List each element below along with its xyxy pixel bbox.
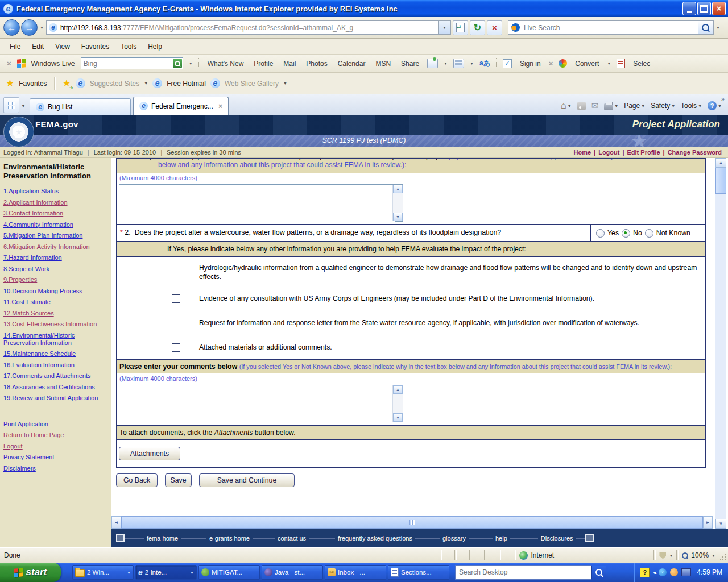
footer-link-faq[interactable]: frequently asked questions — [335, 535, 415, 542]
footer-link-fema-home[interactable]: fema home — [144, 535, 181, 542]
logout-link[interactable]: Logout — [595, 149, 622, 156]
stop-button[interactable] — [487, 20, 502, 35]
sidebar-item-applicant-information[interactable]: 2.Applicant Information — [3, 199, 109, 206]
suggested-sites-chevron[interactable] — [144, 81, 148, 85]
bing-search-button[interactable] — [173, 59, 182, 68]
tray-help-icon[interactable]: ? — [640, 568, 650, 577]
sidebar-item-application-status[interactable]: 1.Application Status — [3, 188, 109, 195]
hidden-icons-chevron[interactable] — [653, 570, 655, 575]
tray-messenger-icon[interactable]: ‹ — [659, 568, 667, 576]
maximize-button[interactable] — [697, 2, 711, 15]
footer-link-glossary[interactable]: glossary — [440, 535, 469, 542]
compatibility-view-button[interactable] — [453, 20, 468, 35]
sidebar-item-evaluation-information[interactable]: 16.Evaluation Information — [3, 361, 109, 369]
safety-menu-button[interactable]: Safety — [649, 101, 677, 111]
sidebar-item-maintenance-schedule[interactable]: 15.Maintenance Schedule — [3, 350, 109, 357]
search-options-chevron[interactable] — [714, 20, 722, 35]
footer-link-help[interactable]: help — [493, 535, 510, 542]
feeds-button[interactable] — [576, 101, 588, 111]
sidebar-item-contact-information[interactable]: 3.Contact Information — [3, 210, 109, 217]
radio-yes[interactable] — [596, 229, 605, 238]
sidebar-item-properties[interactable]: 9.Properties — [3, 276, 109, 284]
textarea-scrollbar[interactable] — [392, 185, 403, 221]
vertical-scroll-thumb[interactable] — [715, 168, 726, 194]
sidebar-link-print-application[interactable]: Print Application — [3, 421, 109, 428]
sidebar-item-scope-of-work[interactable]: 8.Scope of Work — [3, 265, 109, 273]
sidebar-item-mitigation-activity[interactable]: 6.Mitigation Activity Information — [3, 243, 109, 251]
scroll-up-icon[interactable] — [393, 185, 403, 193]
tab-close-icon[interactable] — [218, 102, 222, 110]
sidebar-item-hazard-information[interactable]: 7.Hazard Information — [3, 254, 109, 261]
checkbox-state-water[interactable] — [172, 319, 180, 327]
radio-no[interactable] — [622, 229, 630, 238]
sidebar-link-logout[interactable]: Logout — [3, 443, 109, 450]
question2-comments-textarea[interactable] — [119, 385, 395, 424]
zoom-panel[interactable]: 100% — [682, 548, 715, 563]
task-windows-group[interactable]: 2 Win... — [72, 565, 134, 580]
horizontal-scrollbar[interactable] — [111, 516, 713, 529]
minimize-button[interactable] — [682, 2, 696, 15]
desktop-search-input[interactable] — [455, 565, 592, 580]
go-back-button[interactable]: Go Back — [116, 473, 158, 487]
tray-network-icon[interactable] — [681, 568, 691, 576]
desktop-search-button[interactable] — [592, 566, 606, 579]
tray-clock-icon[interactable] — [670, 568, 678, 576]
free-hotmail-button[interactable]: Free Hotmail — [167, 80, 206, 88]
form-fill-icon[interactable] — [453, 59, 464, 68]
read-mail-button[interactable] — [590, 99, 601, 112]
link-whats-new[interactable]: What's New — [205, 60, 246, 68]
menu-favorites[interactable]: Favorites — [76, 41, 114, 52]
toolbar-overflow-chevron[interactable] — [721, 95, 725, 102]
close-button[interactable] — [712, 2, 726, 15]
menu-edit[interactable]: Edit — [27, 41, 49, 52]
task-java[interactable]: Java - st... — [262, 565, 323, 580]
horizontal-scroll-thumb[interactable] — [121, 516, 703, 529]
task-inbox[interactable]: ✉ Inbox - ... — [325, 565, 386, 580]
recent-pages-chevron[interactable] — [40, 26, 44, 30]
edit-profile-link[interactable]: Edit Profile — [624, 149, 663, 156]
favorites-button[interactable]: Favorites — [19, 80, 47, 88]
photos-tool-icon[interactable] — [427, 59, 438, 68]
resize-grip[interactable] — [719, 553, 727, 561]
link-profile[interactable]: Profile — [251, 60, 275, 68]
tools-menu-button[interactable]: Tools — [679, 101, 704, 111]
scroll-up-icon[interactable] — [393, 385, 403, 394]
footer-link-contact-us[interactable]: contact us — [275, 535, 309, 542]
home-link[interactable]: Home — [571, 149, 594, 156]
sidebar-item-community-information[interactable]: 4.Community Information — [3, 221, 109, 228]
link-photos[interactable]: Photos — [304, 60, 329, 68]
tab-bug-list[interactable]: e Bug List — [30, 98, 131, 115]
live-search-box[interactable] — [508, 20, 698, 35]
scroll-right-icon[interactable] — [703, 516, 713, 529]
footer-link-disclosures[interactable]: Disclosures — [538, 535, 576, 542]
sign-in-link[interactable]: Sign in — [518, 60, 543, 68]
task-internet-group[interactable]: e 2 Inte... — [135, 565, 197, 580]
scroll-down-icon[interactable] — [715, 519, 726, 529]
menu-view[interactable]: View — [50, 41, 75, 52]
link-calendar[interactable]: Calendar — [336, 60, 368, 68]
vertical-scrollbar[interactable] — [715, 158, 726, 529]
save-button[interactable]: Save — [165, 473, 192, 487]
checkbox-attached-materials[interactable] — [172, 343, 180, 352]
question1-comments-textarea[interactable] — [119, 185, 395, 223]
photos-tool-chevron[interactable] — [444, 61, 448, 65]
live-search-input[interactable] — [523, 23, 698, 32]
sidebar-item-environmental-historic[interactable]: 14.Environmental/Historic Preservation I… — [3, 332, 109, 347]
sidebar-item-mitigation-plan[interactable]: 5.Mitigation Plan Information — [3, 232, 109, 239]
refresh-button[interactable] — [470, 20, 485, 35]
address-dropdown-button[interactable] — [439, 20, 451, 35]
address-field[interactable]: e http://192.168.3.193:7777/FEMAMitigati… — [46, 20, 439, 35]
sidebar-item-review-submit[interactable]: 19.Review and Submit Application — [3, 394, 109, 402]
web-slice-button[interactable]: Web Slice Gallery — [225, 80, 279, 88]
start-button[interactable]: start — [0, 563, 61, 582]
suggested-sites-button[interactable]: Suggested Sites — [90, 80, 139, 88]
scroll-left-icon[interactable] — [111, 516, 121, 529]
scroll-down-icon[interactable] — [393, 413, 403, 422]
search-go-button[interactable] — [698, 20, 714, 35]
select-link[interactable]: Selec — [631, 60, 652, 68]
convert-chevron[interactable] — [607, 61, 611, 65]
task-sections[interactable]: Sections... — [388, 565, 449, 580]
menu-tools[interactable]: Tools — [115, 41, 142, 52]
home-button[interactable] — [559, 99, 573, 112]
toolbar-close-icon[interactable] — [7, 59, 11, 68]
